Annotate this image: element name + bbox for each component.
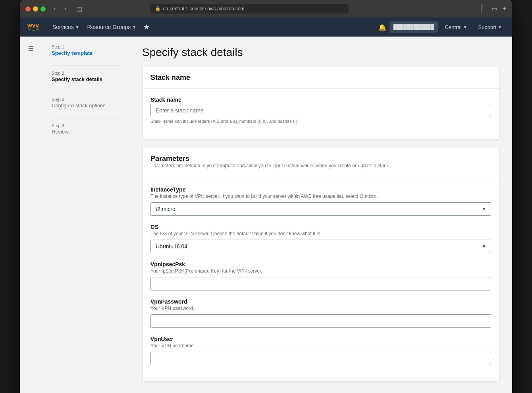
sidebar: ☰	[20, 37, 42, 393]
steps-nav: Step 1 Specify template Step 2 Specify s…	[42, 37, 129, 393]
browser-actions: ⎡ ▭ +	[477, 4, 507, 14]
services-nav-link[interactable]: Services ▼	[48, 17, 83, 37]
step-4-label: Step 4	[52, 123, 120, 128]
parameters-card-title: Parameters	[150, 155, 491, 163]
stack-name-label: Stack name	[150, 97, 491, 103]
step-1-title[interactable]: Specify template	[52, 50, 120, 56]
os-select[interactable]: Ubuntu16.04 Ubuntu18.04 Ubuntu20.04 Cent…	[150, 240, 491, 253]
step-4: Step 4 Review	[52, 123, 120, 135]
step-3: Step 3 Configure stack options	[52, 97, 120, 108]
support-dropdown-icon: ▼	[498, 25, 502, 29]
stack-name-card-header: Stack name	[143, 67, 499, 89]
instance-type-select-wrapper: t2.micro t2.small t2.medium t3.micro t3.…	[150, 202, 491, 216]
step-2-title: Specify stack details	[52, 76, 120, 82]
forward-button[interactable]: ›	[61, 4, 70, 14]
vpn-password-desc: Your VPN password.	[150, 306, 491, 311]
vpn-user-label: VpnUser	[150, 336, 491, 342]
nav-arrows: ‹ ›	[50, 4, 70, 14]
stack-name-form-group: Stack name Stack name can include letter…	[150, 97, 491, 124]
aws-logo[interactable]	[26, 21, 42, 33]
resource-groups-nav-link[interactable]: Resource Groups ▼	[83, 17, 141, 37]
minimize-traffic-light[interactable]	[33, 6, 38, 12]
notifications-button[interactable]: 🔔	[378, 23, 386, 31]
traffic-lights	[25, 6, 46, 12]
vpn-user-input[interactable]	[150, 352, 491, 365]
vpn-ipsec-psk-input[interactable]	[150, 277, 491, 290]
step-2: Step 2 Specify stack details	[52, 71, 120, 82]
parameters-description: Parameters are defined in your template …	[150, 163, 491, 168]
vpn-ipsec-psk-label: VpnIpsecPsk	[150, 261, 491, 267]
page-title: Specify stack details	[142, 46, 499, 59]
vpn-ipsec-psk-group: VpnIpsecPsk Your IpSec PSK(Pre-shared Ke…	[150, 261, 491, 290]
hamburger-menu-button[interactable]: ☰	[25, 42, 37, 55]
aws-navbar: Services ▼ Resource Groups ▼ ★ 🔔 ███████…	[20, 17, 512, 37]
stack-name-hint: Stack name can include letters (A-Z and …	[150, 119, 491, 124]
services-dropdown-icon: ▼	[75, 25, 79, 29]
parameters-card: Parameters Parameters are defined in you…	[142, 148, 499, 381]
os-group: OS The OS of your VPN server. Choose the…	[150, 224, 491, 253]
step-divider-2	[52, 92, 120, 92]
url-text: ca-central-1.console.aws.amazon.com	[163, 6, 245, 12]
step-1: Step 1 Specify template	[52, 45, 120, 56]
stack-name-input[interactable]	[150, 104, 491, 117]
step-4-title: Review	[52, 129, 120, 135]
resource-groups-dropdown-icon: ▼	[132, 25, 136, 29]
maximize-traffic-light[interactable]	[40, 6, 46, 12]
instance-type-label: InstanceType	[150, 186, 491, 193]
os-desc: The OS of your VPN server. Choose the de…	[150, 231, 491, 236]
sidebar-toggle-button[interactable]: ◫	[74, 4, 84, 14]
step-2-label: Step 2	[52, 71, 120, 76]
region-dropdown-icon: ▼	[463, 25, 467, 29]
vpn-user-group: VpnUser Your VPN username	[150, 336, 491, 365]
parameters-card-header: Parameters Parameters are defined in you…	[143, 148, 499, 178]
region-selector[interactable]: Central ▼	[441, 17, 471, 37]
instance-type-select[interactable]: t2.micro t2.small t2.medium t3.micro t3.…	[150, 202, 491, 216]
step-1-label: Step 1	[52, 45, 120, 49]
step-divider-3	[52, 118, 120, 118]
close-traffic-light[interactable]	[25, 6, 31, 12]
favorites-button[interactable]: ★	[140, 23, 153, 31]
back-button[interactable]: ‹	[50, 4, 59, 14]
step-3-label: Step 3	[52, 97, 120, 102]
support-menu[interactable]: Support ▼	[474, 17, 506, 37]
fullscreen-button[interactable]: ▭	[490, 4, 499, 14]
stack-name-card: Stack name Stack name Stack name can inc…	[142, 67, 499, 140]
os-label: OS	[150, 224, 491, 230]
instance-type-group: InstanceType The instance type of VPN se…	[150, 186, 491, 216]
os-select-wrapper: Ubuntu16.04 Ubuntu18.04 Ubuntu20.04 Cent…	[150, 240, 491, 253]
vpn-ipsec-psk-desc: Your IpSec PSK(Pre-shared Key) for the V…	[150, 268, 491, 274]
browser-window: ‹ › ◫ 🔒 ca-central-1.console.aws.amazon.…	[20, 0, 512, 393]
browser-chrome: ‹ › ◫ 🔒 ca-central-1.console.aws.amazon.…	[20, 0, 512, 17]
lock-icon: 🔒	[155, 6, 161, 12]
vpn-password-input[interactable]	[150, 314, 491, 328]
address-bar: 🔒 ca-central-1.console.aws.amazon.com	[150, 4, 349, 14]
user-pill[interactable]: ████████████	[389, 21, 438, 33]
parameters-card-body: InstanceType The instance type of VPN se…	[143, 178, 499, 381]
vpn-user-desc: Your VPN username	[150, 343, 491, 348]
vpn-password-label: VpnPassword	[150, 298, 491, 305]
share-button[interactable]: ⎡	[477, 4, 486, 14]
add-tab-button[interactable]: +	[502, 4, 507, 14]
stack-name-card-title: Stack name	[150, 74, 491, 82]
stack-name-card-body: Stack name Stack name can include letter…	[143, 89, 499, 139]
instance-type-desc: The instance type of VPN server. If you …	[150, 194, 491, 199]
navbar-right: 🔔 ████████████ Central ▼ Support ▼	[378, 17, 506, 37]
content-area: Specify stack details Stack name Stack n…	[129, 37, 512, 393]
step-3-title: Configure stack options	[52, 103, 120, 108]
main-layout: ☰ Step 1 Specify template Step 2 Specify…	[20, 37, 512, 393]
vpn-password-group: VpnPassword Your VPN password.	[150, 298, 491, 328]
step-divider-1	[52, 66, 120, 66]
